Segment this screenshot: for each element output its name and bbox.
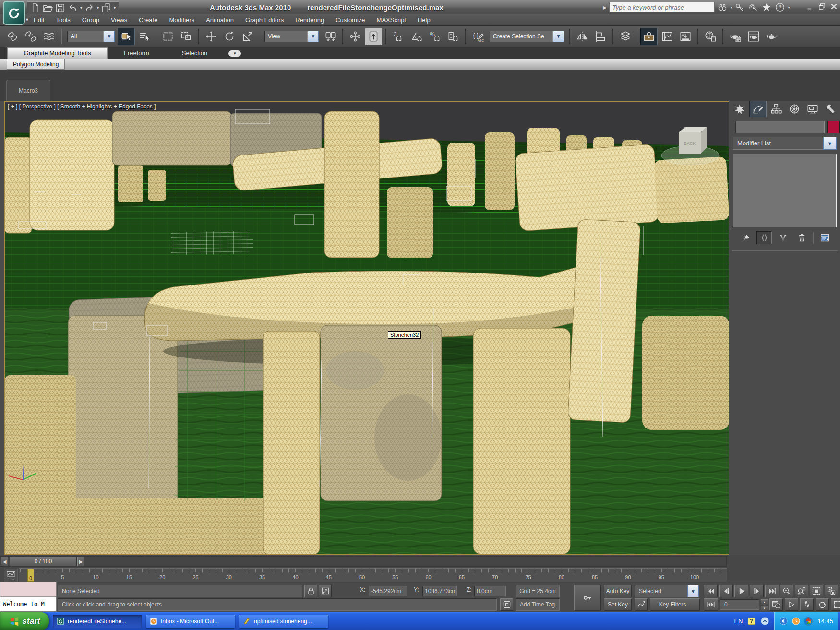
unlink-selection-icon[interactable] — [22, 28, 39, 45]
taskbar-task-optimised-stoneheng-[interactable]: optimised stoneheng... — [239, 615, 328, 628]
new-key-mode-icon[interactable] — [635, 598, 648, 611]
object-name-field[interactable] — [735, 121, 825, 133]
listener-macro-pane[interactable] — [0, 582, 56, 597]
goto-start-icon[interactable] — [704, 585, 718, 597]
mirror-icon[interactable] — [574, 28, 591, 45]
menu-edit[interactable]: Edit — [28, 14, 50, 25]
spinner-snap-icon[interactable] — [444, 28, 462, 45]
motion-tab-icon[interactable] — [786, 101, 803, 117]
help-circle-icon[interactable]: ? — [775, 2, 786, 12]
named-selection-sets-icon[interactable]: { }ABC — [469, 28, 487, 45]
menu-graph-editors[interactable]: Graph Editors — [240, 14, 289, 25]
object-color-swatch[interactable] — [827, 121, 840, 133]
prev-frame-icon[interactable] — [719, 585, 733, 597]
display-tab-icon[interactable] — [804, 101, 821, 117]
perspective-viewport[interactable]: BACK [ + ] [ Perspective ] [ Smooth + Hi… — [4, 101, 730, 555]
utilities-tab-icon[interactable] — [822, 101, 840, 117]
time-slider-prev-icon[interactable]: ◀ — [1, 557, 8, 566]
macro3-tab[interactable]: Macro3 — [6, 80, 50, 101]
selection-filter-dropdown-value[interactable]: All — [67, 31, 104, 42]
lock-selection-icon[interactable] — [304, 585, 317, 597]
align-icon[interactable] — [592, 28, 609, 45]
select-by-name-icon[interactable] — [136, 28, 153, 45]
star-icon[interactable] — [761, 2, 773, 12]
application-menu-caret-icon[interactable]: ▼ — [25, 17, 29, 22]
ribbon-toggle-icon[interactable] — [640, 28, 658, 45]
coord-x-field[interactable]: -545.292cm — [369, 586, 407, 596]
caret-down-icon[interactable]: ▾ — [788, 5, 790, 10]
reminder-tray-icon[interactable] — [792, 617, 801, 626]
select-move-icon[interactable] — [203, 28, 220, 45]
restore-icon[interactable] — [818, 2, 826, 11]
modifier-list-label[interactable]: Modifier List — [733, 137, 823, 150]
listener-output[interactable]: Welcome to M — [0, 597, 56, 611]
binoculars-icon[interactable] — [717, 2, 729, 12]
viewcube-face-label[interactable]: BACK — [684, 141, 696, 146]
copy-scene-icon[interactable] — [101, 2, 112, 13]
caret-down-icon[interactable]: ▾ — [731, 5, 732, 10]
use-pivot-icon[interactable] — [322, 28, 339, 45]
current-frame-marker[interactable]: 0 — [27, 569, 34, 582]
walk-through-icon[interactable] — [800, 598, 814, 611]
ribbon-tab-freeform[interactable]: Freeform — [108, 48, 166, 59]
menu-group[interactable]: Group — [76, 14, 105, 25]
zoom-icon[interactable] — [780, 585, 793, 597]
chevron-down-icon[interactable]: ▼ — [823, 137, 837, 150]
window-crossing-icon[interactable] — [178, 28, 195, 45]
view-reference-dropdown-value[interactable]: View — [264, 31, 308, 42]
spinner-down-icon[interactable]: ▼ — [761, 606, 768, 611]
make-unique-icon[interactable] — [775, 231, 791, 244]
new-scene-icon[interactable] — [30, 2, 41, 13]
selection-filter-dropdown[interactable]: All▼ — [67, 31, 115, 42]
ribbon-collapse-icon[interactable]: ▼ — [228, 50, 241, 57]
auto-key-button[interactable]: Auto Key — [604, 585, 632, 597]
hierarchy-tab-icon[interactable] — [768, 101, 785, 117]
menu-views[interactable]: Views — [105, 14, 133, 25]
create-tab-icon[interactable] — [731, 101, 748, 117]
arc-rotate-icon[interactable] — [816, 598, 829, 611]
clock[interactable]: 14:45 — [817, 618, 833, 625]
panel-tab-polygon-modeling[interactable]: Polygon Modeling — [7, 59, 65, 70]
view-reference-dropdown[interactable]: View▼ — [264, 31, 319, 42]
select-and-link-icon[interactable] — [4, 28, 21, 45]
chevron-down-icon[interactable]: ▼ — [308, 31, 319, 42]
caret-down-icon[interactable]: ▾ — [80, 6, 82, 10]
modifier-stack[interactable] — [733, 154, 837, 227]
menu-rendering[interactable]: Rendering — [289, 14, 330, 25]
caret-down-icon[interactable]: ▾ — [114, 6, 116, 10]
time-slider-track[interactable] — [0, 556, 727, 567]
maxscript-mini-listener[interactable]: Welcome to M — [0, 582, 57, 612]
search-history-icon[interactable]: ▶ — [603, 5, 607, 10]
set-key-button[interactable]: Set Key — [604, 598, 632, 611]
configure-sets-icon[interactable] — [817, 231, 832, 244]
angle-snap-icon[interactable] — [408, 28, 425, 45]
next-frame-icon[interactable] — [750, 585, 764, 597]
bind-spacewarp-icon[interactable] — [40, 28, 58, 45]
key-set-value[interactable]: Selected — [635, 585, 687, 597]
current-frame-field[interactable]: 0 — [720, 599, 759, 610]
chevron-down-icon[interactable]: ▼ — [687, 585, 699, 597]
absolute-offset-toggle-icon[interactable] — [319, 585, 332, 597]
viewport-label[interactable]: [ + ] [ Perspective ] [ Smooth + Highlig… — [8, 103, 156, 110]
swirl-tray-icon[interactable] — [804, 617, 813, 626]
key-set-dropdown[interactable]: Selected ▼ — [635, 585, 699, 597]
open-file-icon[interactable] — [42, 2, 53, 13]
percent-snap-icon[interactable]: % — [426, 28, 444, 45]
coord-y-field[interactable]: 1036.773cm — [422, 586, 457, 596]
menu-modifiers[interactable]: Modifiers — [163, 14, 200, 25]
goto-end-icon[interactable] — [765, 585, 779, 597]
render-icon[interactable] — [763, 28, 780, 45]
set-keys-button[interactable] — [574, 585, 601, 611]
select-rotate-icon[interactable] — [221, 28, 238, 45]
material-editor-icon[interactable] — [702, 28, 719, 45]
remove-modifier-icon[interactable] — [794, 231, 809, 244]
menu-animation[interactable]: Animation — [200, 14, 240, 25]
select-manipulate-icon[interactable] — [347, 28, 364, 45]
coord-z-field[interactable]: 0.0cm — [474, 586, 506, 596]
maximize-viewport-icon[interactable] — [831, 598, 840, 611]
key-icon[interactable] — [734, 2, 746, 12]
selection-set-dropdown-value[interactable]: Create Selection Se — [490, 31, 553, 42]
save-file-icon[interactable] — [55, 2, 66, 13]
chevron-down-icon[interactable]: ▼ — [553, 31, 564, 42]
undo-icon[interactable] — [67, 2, 78, 13]
